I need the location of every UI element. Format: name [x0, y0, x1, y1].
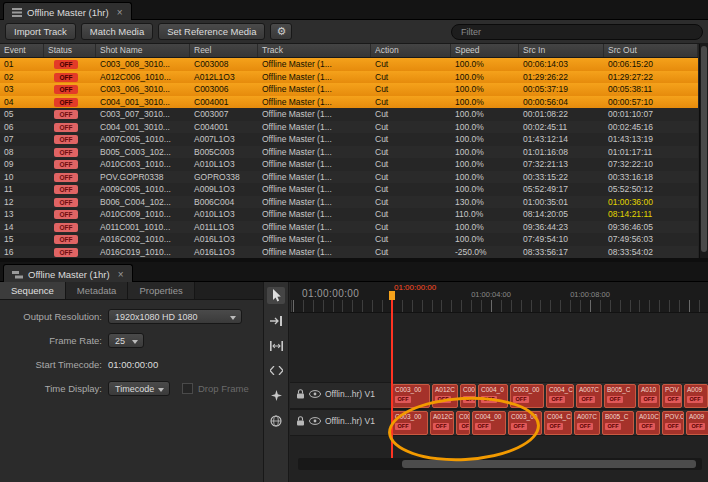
timeline-clip[interactable]: POV.COFF: [662, 411, 684, 435]
table-row[interactable]: 15OFFA016C002_1010...A016L1O3Offline Mas…: [0, 233, 698, 246]
selection-tool-button[interactable]: [267, 287, 285, 304]
cell-event: 05: [0, 109, 44, 119]
timeline-clip[interactable]: A007COFF: [574, 411, 600, 435]
horizontal-scrollbar[interactable]: [298, 458, 702, 470]
playhead-marker[interactable]: [389, 291, 395, 300]
drop-frame-checkbox[interactable]: [182, 383, 193, 394]
cell-src-out: 08:14:21:11: [604, 209, 698, 219]
timeline-clip[interactable]: C004_COFF: [544, 411, 572, 435]
timeline-clip[interactable]: A012COFF: [432, 384, 458, 408]
timeline-clip[interactable]: B005_COFF: [602, 411, 634, 435]
cell-src-in: 01:29:26:22: [519, 72, 604, 82]
timeline-ruler[interactable]: 01:00:00:00 01:00:00:00 01:00:04:0001:00…: [290, 282, 708, 313]
tab-offline-master-timeline[interactable]: Offline Master (1hr) ×: [3, 264, 133, 283]
column-header-event[interactable]: Event: [0, 44, 44, 57]
eye-icon[interactable]: [309, 390, 321, 398]
column-header-reel[interactable]: Reel: [190, 44, 258, 57]
timeline-clip[interactable]: C00OFF: [460, 384, 476, 408]
slip-tool-button[interactable]: [267, 362, 285, 379]
timeline-clip[interactable]: A010OFF: [638, 384, 660, 408]
timeline-clip[interactable]: POVOFF: [662, 384, 682, 408]
set-reference-media-button[interactable]: Set Reference Media: [158, 23, 265, 40]
cell-track: Offline Master (1...: [258, 134, 371, 144]
cell-shot-name: A011C001_1010...: [96, 222, 190, 232]
timeline-clip[interactable]: C004_COFF: [546, 384, 574, 408]
eye-icon[interactable]: [309, 417, 321, 425]
table-row[interactable]: 11OFFA009C005_1010...A009L1O3Offline Mas…: [0, 183, 698, 196]
cell-shot-name: POV.GOPR0338: [96, 172, 190, 182]
ruler-label: 01:00:08:00: [570, 290, 610, 299]
table-row[interactable]: 03OFFC003_006_3010...C003006Offline Mast…: [0, 83, 698, 96]
tab-properties[interactable]: Properties: [128, 282, 194, 299]
tab-metadata[interactable]: Metadata: [66, 282, 129, 299]
column-header-src-in[interactable]: Src In: [519, 44, 604, 57]
clip-label: C004_0: [481, 386, 505, 393]
cell-src-out: 00:01:10:07: [604, 109, 698, 119]
table-row[interactable]: 06OFFC004_001_3010...C004001Offline Mast…: [0, 121, 698, 134]
cell-event: 08: [0, 147, 44, 157]
table-row[interactable]: 04OFFC004_001_3010...C004001Offline Mast…: [0, 96, 698, 109]
timeline-clip[interactable]: C00OFF: [456, 411, 470, 435]
event-table-body: 01OFFC003_008_3010...C003008Offline Mast…: [0, 58, 698, 258]
tab-sequence[interactable]: Sequence: [0, 282, 66, 299]
timeline-clip[interactable]: C004_00OFF: [472, 411, 506, 435]
timeline-clip[interactable]: A007COFF: [576, 384, 602, 408]
lock-icon[interactable]: [296, 416, 305, 426]
timeline-clip[interactable]: C003_00OFF: [392, 384, 430, 408]
timeline-clip[interactable]: A012COFF: [430, 411, 454, 435]
tab-label: Offline Master (1hr): [27, 7, 109, 18]
timeline-clip[interactable]: C003_00OFF: [508, 411, 542, 435]
table-row[interactable]: 01OFFC003_008_3010...C003008Offline Mast…: [0, 58, 698, 71]
column-header-action[interactable]: Action: [371, 44, 451, 57]
cell-src-out: 07:49:56:03: [604, 234, 698, 244]
timeline-clip[interactable]: C004_0OFF: [478, 384, 508, 408]
column-header-src-out[interactable]: Src Out: [604, 44, 698, 57]
timeline-clip[interactable]: A010COFF: [636, 411, 660, 435]
timeline-clip[interactable]: A009OFF: [684, 384, 708, 408]
timeline-clip[interactable]: C003_00OFF: [392, 411, 428, 435]
track-label: Offlin...hr) V1: [325, 389, 375, 399]
table-row[interactable]: 10OFFPOV.GOPR0338GOPRO338Offline Master …: [0, 171, 698, 184]
filter-input[interactable]: [451, 24, 703, 40]
column-header-status[interactable]: Status: [44, 44, 96, 57]
cell-event: 16: [0, 247, 44, 257]
tab-offline-master-events[interactable]: Offline Master (1hr) ×: [3, 2, 132, 21]
pan-view-tool-button[interactable]: [267, 412, 285, 429]
clip-off-badge: OFF: [605, 423, 621, 430]
table-row[interactable]: 02OFFA012C006_1010...A012L1O3Offline Mas…: [0, 71, 698, 84]
table-row[interactable]: 14OFFA011C001_1010...A011L1O3Offline Mas…: [0, 221, 698, 234]
lock-icon[interactable]: [296, 389, 305, 399]
vertical-scrollbar[interactable]: [699, 44, 708, 258]
column-header-track[interactable]: Track: [258, 44, 371, 57]
playhead[interactable]: [391, 296, 393, 458]
timeline-clip[interactable]: B005_COFF: [604, 384, 636, 408]
match-media-button[interactable]: Match Media: [81, 23, 153, 40]
effects-tool-button[interactable]: [267, 387, 285, 404]
time-display-dropdown[interactable]: Timecode: [108, 381, 170, 396]
trim-tool-button[interactable]: [267, 337, 285, 354]
table-row[interactable]: 07OFFA007C005_1010...A007L1O3Offline Mas…: [0, 133, 698, 146]
close-icon[interactable]: ×: [117, 7, 123, 18]
table-row[interactable]: 13OFFA010C009_1010...A010L1O3Offline Mas…: [0, 208, 698, 221]
close-icon[interactable]: ×: [118, 269, 124, 280]
cell-action: Cut: [371, 222, 451, 232]
output-resolution-dropdown[interactable]: 1920x1080 HD 1080: [108, 309, 242, 324]
import-track-button[interactable]: Import Track: [5, 23, 76, 40]
cell-event: 13: [0, 209, 44, 219]
gear-button[interactable]: ⚙: [270, 23, 292, 40]
table-row[interactable]: 09OFFA010C003_1010...A010L1O3Offline Mas…: [0, 158, 698, 171]
column-header-shot-name[interactable]: Shot Name: [96, 44, 190, 57]
horizontal-scrollbar-thumb[interactable]: [402, 460, 696, 468]
table-row[interactable]: 16OFFA016C019_1010...A016L1O3Offline Mas…: [0, 246, 698, 259]
column-header-speed[interactable]: Speed: [451, 44, 519, 57]
track-select-tool-button[interactable]: [267, 312, 285, 329]
timeline-clip[interactable]: A009OFF: [686, 411, 708, 435]
table-row[interactable]: 12OFFB006_C004_102...B006C004Offline Mas…: [0, 196, 698, 209]
vertical-scrollbar-thumb[interactable]: [701, 46, 707, 252]
timeline-clip[interactable]: C003_00OFF: [510, 384, 544, 408]
table-row[interactable]: 05OFFC003_007_3010...C003007Offline Mast…: [0, 108, 698, 121]
cell-speed: 100.0%: [451, 72, 519, 82]
table-row[interactable]: 08OFFB005_C003_102...B005C003Offline Mas…: [0, 146, 698, 159]
frame-rate-dropdown[interactable]: 25: [108, 333, 144, 348]
clip-label: A012C: [435, 386, 455, 393]
